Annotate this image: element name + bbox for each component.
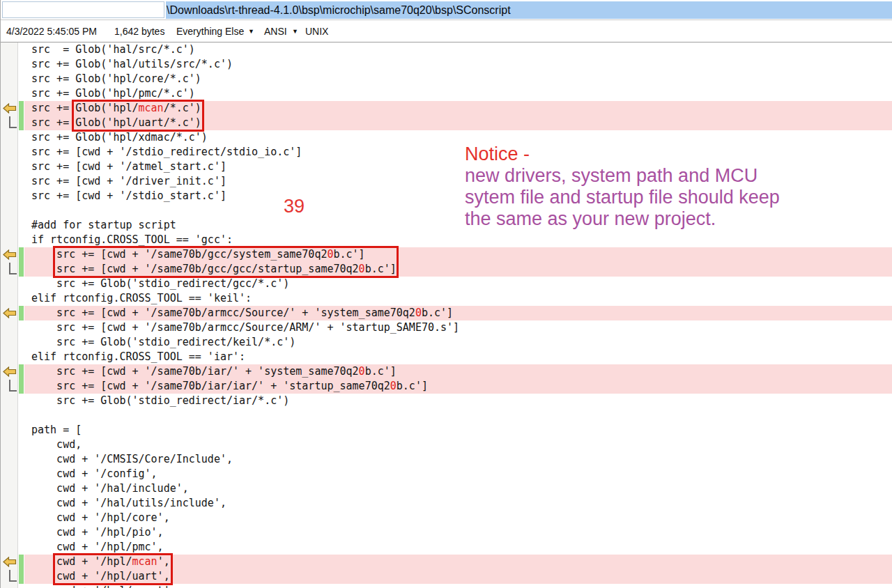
code-line: cwd, <box>1 438 892 452</box>
notice-line: the same as your new project. <box>465 208 780 230</box>
change-arrow-icon <box>3 308 17 318</box>
code-line: src += Glob('stdio_redirect/gcc/*.c') <box>1 277 892 291</box>
code-line: cwd + '/hpl/core', <box>1 511 892 525</box>
code-text: src += Glob('hal/utils/src/*.c') <box>31 57 233 72</box>
code-line: src += Glob('hpl/core/*.c') <box>1 72 892 86</box>
change-bar <box>19 101 24 116</box>
notice-line: new drivers, system path and MCU <box>465 165 780 187</box>
code-text: src += [cwd + '/same70b/armcc/Source/' +… <box>31 306 453 320</box>
code-text: src += [cwd + '/same70b/armcc/Source/ARM… <box>31 320 459 335</box>
annotation-line-count: 39 <box>284 196 305 217</box>
chevron-down-icon[interactable]: ▼ <box>292 21 298 42</box>
change-bar <box>19 569 24 584</box>
change-bracket-icon <box>9 116 17 128</box>
change-bar <box>19 262 24 277</box>
code-line: src += Glob('stdio_redirect/iar/*.c') <box>1 394 892 408</box>
code-text: cwd + '/hpl/core', <box>31 511 170 525</box>
code-line: src += Glob('stdio_redirect/keil/*.c') <box>1 335 892 350</box>
change-bar <box>19 116 24 130</box>
code-line: cwd + '/hpl/pmc', <box>1 540 892 555</box>
code-text: path = [ <box>31 423 82 438</box>
change-bar <box>19 306 24 320</box>
code-line: src = Glob('hal/src/*.c') <box>1 42 892 57</box>
code-text: cwd + '/hpl/pmc', <box>31 540 164 555</box>
file-path: \Downloads\rt-thread-4.1.0\bsp\microchip… <box>166 1 892 19</box>
code-text: elif rtconfig.CROSS_TOOL == 'keil': <box>31 291 252 306</box>
code-line: cwd + '/hal/utils/include', <box>1 496 892 511</box>
code-line: src += [cwd + '/same70b/iar/' + 'system_… <box>1 364 892 379</box>
code-text: src += Glob('hpl/core/*.c') <box>31 72 201 86</box>
code-text: src += [cwd + '/same70b/iar/iar/' + 'sta… <box>31 379 428 394</box>
code-text: cwd + '/CMSIS/Core/Include', <box>31 452 233 467</box>
change-bar <box>19 379 24 394</box>
code-text: cwd, <box>31 438 82 452</box>
file-size: 1,642 bytes <box>114 21 164 42</box>
code-text: src += [cwd + '/same70b/iar/' + 'system_… <box>31 364 397 379</box>
code-line: cwd + '/CMSIS/Core/Include', <box>1 452 892 467</box>
code-line: cwd + '/hpl/pio', <box>1 525 892 540</box>
title-bar: \Downloads\rt-thread-4.1.0\bsp\microchip… <box>1 0 892 20</box>
change-bar <box>19 247 24 262</box>
annotation-box <box>53 553 173 585</box>
code-text: src += [cwd + '/atmel_start.c'] <box>31 160 226 174</box>
change-arrow-icon <box>3 366 17 377</box>
code-text: src += Glob('stdio_redirect/keil/*.c') <box>31 335 295 350</box>
code-line: path = [ <box>1 423 892 438</box>
code-line: if rtconfig.CROSS_TOOL == 'gcc': <box>1 233 892 247</box>
code-line: cwd + '/config', <box>1 467 892 481</box>
file-path-selection[interactable]: \Downloads\rt-thread-4.1.0\bsp\microchip… <box>166 1 892 19</box>
code-line: elif rtconfig.CROSS_TOOL == 'keil': <box>1 291 892 306</box>
code-line: elif rtconfig.CROSS_TOOL == 'iar': <box>1 350 892 364</box>
code-line: src += Glob('hpl/xdmac/*.c') <box>1 130 892 145</box>
code-line: src += Glob('hal/utils/src/*.c') <box>1 57 892 72</box>
change-bar <box>19 364 24 379</box>
code-line: src += [cwd + '/same70b/armcc/Source/ARM… <box>1 320 892 335</box>
encoding-dropdown[interactable]: ANSI <box>264 21 287 42</box>
code-text: src = Glob('hal/src/*.c') <box>31 42 195 57</box>
annotation-notice: Notice - new drivers, system path and MC… <box>465 144 780 230</box>
filename-input[interactable] <box>2 1 164 18</box>
code-text: src += [cwd + '/stdio_start.c'] <box>31 189 226 203</box>
notice-line: sytem file and startup file should keep <box>465 187 780 208</box>
code-text: src += [cwd + '/driver_init.c'] <box>31 174 226 189</box>
code-line <box>1 408 892 423</box>
change-arrow-icon <box>3 557 17 567</box>
change-bar <box>19 555 24 569</box>
annotation-box <box>53 246 399 278</box>
code-line: src += Glob('hpl/pmc/*.c') <box>1 86 892 101</box>
code-text: cwd + '/config', <box>31 467 157 481</box>
info-bar: 4/3/2022 5:45:05 PM 1,642 bytes Everythi… <box>1 21 892 42</box>
annotation-box <box>72 100 204 132</box>
change-bracket-icon <box>9 570 17 582</box>
code-text: src += Glob('hpl/xdmac/*.c') <box>31 130 208 145</box>
code-text: cwd + '/hal/include', <box>31 481 189 496</box>
code-text: if rtconfig.CROSS_TOOL == 'gcc': <box>31 233 233 247</box>
editor-window: \Downloads\rt-thread-4.1.0\bsp\microchip… <box>0 0 892 588</box>
chevron-down-icon[interactable]: ▼ <box>248 21 254 42</box>
code-text: #add for startup script <box>31 218 176 233</box>
line-endings-indicator[interactable]: UNIX <box>305 21 328 42</box>
change-bracket-icon <box>9 263 17 274</box>
change-bracket-icon <box>9 380 17 392</box>
change-arrow-icon <box>3 103 17 114</box>
code-line: src += [cwd + '/same70b/armcc/Source/' +… <box>1 306 892 320</box>
code-line: cwd + '/hal/include', <box>1 481 892 496</box>
change-arrow-icon <box>3 249 17 260</box>
notice-title: Notice - <box>465 144 780 165</box>
code-line: src += [cwd + '/same70b/iar/iar/' + 'sta… <box>1 379 892 394</box>
modified-date: 4/3/2022 5:45:05 PM <box>6 21 97 42</box>
syntax-scheme-dropdown[interactable]: Everything Else <box>176 21 244 42</box>
code-text: src += Glob('hpl/pmc/*.c') <box>31 86 195 101</box>
code-text: cwd + '/hal/utils/include', <box>31 496 226 511</box>
code-area[interactable]: src = Glob('hal/src/*.c')src += Glob('ha… <box>1 42 892 588</box>
code-text: elif rtconfig.CROSS_TOOL == 'iar': <box>31 350 245 364</box>
code-text: src += [cwd + '/stdio_redirect/stdio_io.… <box>31 145 302 160</box>
code-text: src += Glob('stdio_redirect/gcc/*.c') <box>31 277 289 291</box>
code-text: cwd + '/hpl/pio', <box>31 525 164 540</box>
code-text: src += Glob('stdio_redirect/iar/*.c') <box>31 394 289 408</box>
